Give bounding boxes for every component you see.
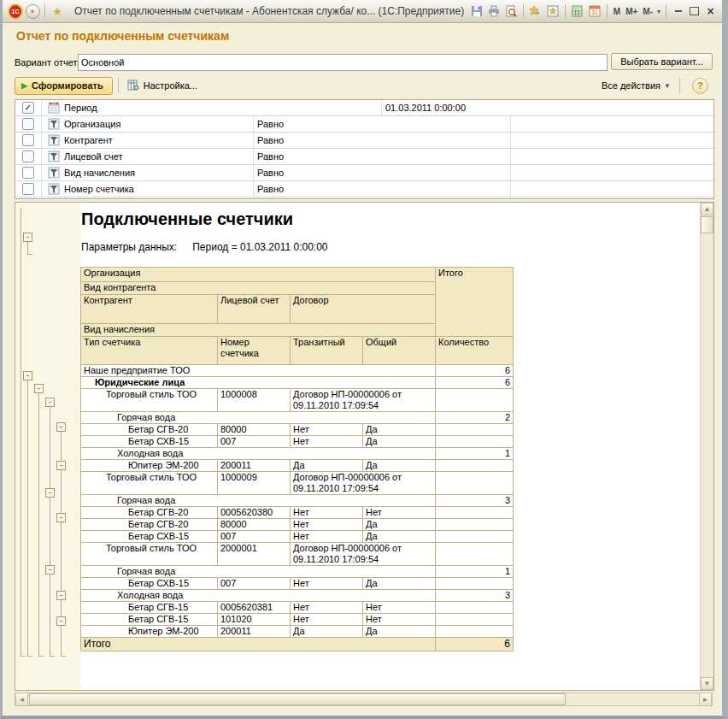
filter-row[interactable]: ✓Период01.03.2011 0:00:00 [15,100,713,116]
add-favorite-icon[interactable] [528,3,543,19]
filter-row[interactable]: Лицевой счетРавно [15,149,713,165]
scroll-right-button[interactable]: ► [699,693,712,705]
filter-checkbox[interactable]: ✓ [22,102,34,114]
count-cell: 3 [436,495,514,507]
collapse-group-button[interactable]: - [56,513,66,522]
system-menu-button[interactable]: ▾ [25,3,40,19]
report-row: Бетар СХВ-15007НетДа [81,436,514,448]
collapse-group-button[interactable]: - [56,461,66,470]
filter-condition[interactable]: Равно [254,181,511,197]
report-row: Юпитер ЭМ-200200011ДаДа [81,626,514,638]
separator [118,78,119,93]
kontragent-cell: Торговый стиль ТОО [81,389,218,412]
filter-row[interactable]: КонтрагентРавно [15,133,713,149]
generate-button[interactable]: ▶ Сформировать [15,77,113,95]
variant-input[interactable] [78,54,608,71]
meter-number-cell: 200011 [218,626,291,638]
count-cell: 2 [436,412,514,424]
filter-condition[interactable]: Равно [254,165,511,180]
filter-value[interactable] [511,133,713,148]
collapse-group-button[interactable]: - [45,488,55,498]
filter-value[interactable] [511,181,713,197]
collapse-group-button[interactable]: - [56,422,66,432]
common-cell: Да [363,626,436,638]
favorite-star-icon[interactable]: ★ [50,3,65,19]
settings-button[interactable]: Настройка... [124,77,201,94]
count-cell: 6 [436,365,514,377]
header-licevoj-schet: Лицевой счет [218,295,291,324]
report-row: Юридические лица6 [81,377,514,389]
count-cell [436,626,514,638]
separator [607,4,608,18]
header-dogovor: Договор [291,295,436,324]
filter-checkbox[interactable] [22,118,34,130]
scroll-up-button[interactable]: ▲ [701,203,713,215]
horizontal-scrollbar[interactable]: ◄ ► [15,692,713,706]
scroll-left-button[interactable]: ◄ [15,693,28,705]
filter-checkbox[interactable] [22,183,34,195]
group-label-cell: Наше предприятие ТОО [81,365,436,377]
help-button[interactable]: ? [692,78,708,94]
memory-m-button[interactable]: M [611,7,623,16]
total-count-cell: 6 [436,638,514,651]
filter-row[interactable]: Вид начисленияРавно [15,165,713,181]
collapse-group-button[interactable]: - [23,371,32,380]
memory-m-minus-button[interactable]: M- [640,7,655,16]
header-vid-nachisleniya: Вид начисления [81,324,436,337]
report-row: Холодная вода1 [81,448,514,460]
filter-row[interactable]: ОрганизацияРавно [15,116,713,133]
filter-checkbox[interactable] [22,167,34,179]
common-cell: Да [363,436,436,448]
scroll-down-button[interactable]: ▼ [701,677,713,690]
favorites-icon[interactable] [545,3,561,19]
collapse-group-button[interactable]: - [45,398,55,407]
all-actions-button[interactable]: Все действия▼ [598,77,674,94]
horizontal-scroll-thumb[interactable] [29,693,566,705]
count-cell [436,602,514,614]
meter-number-cell: 101020 [218,614,291,626]
header-nomer-schetchika: Номер счетчика [218,337,291,365]
filter-value[interactable] [511,149,713,164]
account-cell: 1000009 [218,472,291,495]
minimize-button[interactable] [671,5,685,18]
filter-condition[interactable]: Равно [254,149,511,164]
collapse-group-button[interactable]: - [45,565,55,575]
group-label-cell: Горячая вода [81,412,436,424]
count-cell [436,519,514,531]
filter-row[interactable]: Номер счетчикаРавно [15,181,713,197]
collapse-group-button[interactable]: - [23,233,32,242]
filter-condition[interactable]: Равно [254,116,511,132]
1c-logo-icon: 1С [8,3,23,19]
transit-cell: Нет [291,519,363,531]
print-icon[interactable] [486,3,502,19]
report-row: Торговый стиль ТОО1000008Договор НП-0000… [81,389,514,412]
calendar-icon[interactable]: 31 [587,3,602,19]
filter-value[interactable]: 01.03.2011 0:00:00 [382,100,713,115]
calculator-icon[interactable] [570,3,585,19]
toolbar-overflow-chevron-icon[interactable]: ▾ [655,8,662,15]
vertical-scroll-thumb[interactable] [701,216,713,233]
collapse-group-button[interactable]: - [34,384,44,393]
filter-value[interactable] [511,116,713,132]
close-button[interactable]: × [703,5,718,18]
meter-type-cell: Бетар СХВ-15 [81,578,218,590]
memory-m-plus-button[interactable]: M+ [623,7,640,16]
collapse-group-button[interactable]: - [56,591,66,600]
filter-value[interactable] [511,165,713,180]
maximize-button[interactable] [687,5,702,18]
print-preview-icon[interactable] [503,3,519,19]
filter-name: Номер счетчика [64,184,134,194]
vertical-scrollbar[interactable]: ▲ ▼ [700,203,713,690]
collapse-group-button[interactable]: - [56,616,66,626]
filter-condition[interactable]: Равно [254,133,511,148]
choose-variant-button[interactable]: Выбрать вариант... [611,53,713,70]
common-cell: Да [363,519,436,531]
window-title: Отчет по подключенным счетчикам - Абонен… [74,5,464,17]
filter-checkbox[interactable] [22,134,34,146]
filter-checkbox[interactable] [22,150,34,162]
save-icon[interactable] [469,3,484,19]
count-cell [436,389,514,412]
tree-line [38,393,39,656]
meter-number-cell: 80000 [218,519,291,531]
report-row: Бетар СГВ-150005620381НетНет [81,602,514,614]
